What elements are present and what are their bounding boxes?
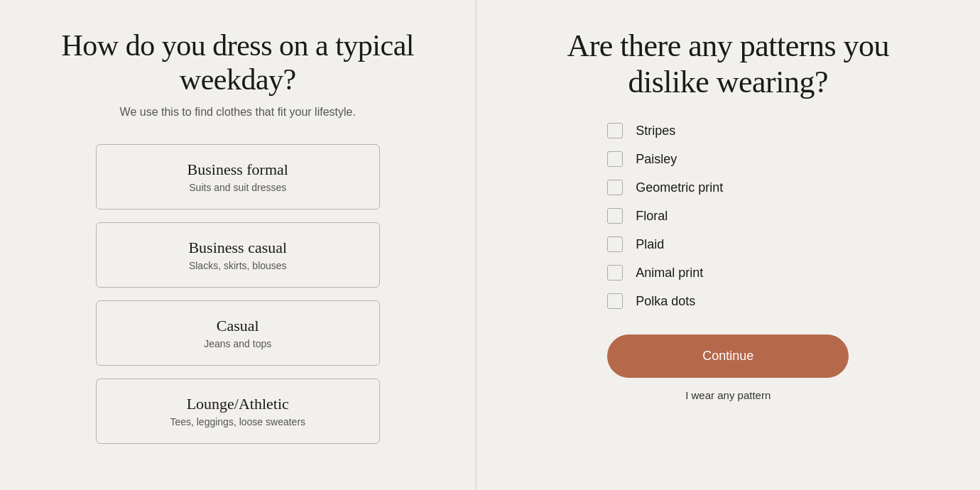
checkbox-item-polka-dots[interactable]: Polka dots xyxy=(607,293,849,309)
continue-button[interactable]: Continue xyxy=(607,334,849,378)
checkbox-label-paisley: Paisley xyxy=(636,152,677,167)
dress-style-options: Business formalSuits and suit dressesBus… xyxy=(96,144,380,444)
checkbox-label-animal-print: Animal print xyxy=(636,266,703,281)
option-card-subtitle-casual: Jeans and tops xyxy=(111,338,365,349)
checkbox-label-floral: Floral xyxy=(636,209,668,224)
option-card-title-business-formal: Business formal xyxy=(111,160,365,179)
option-card-subtitle-business-casual: Slacks, skirts, blouses xyxy=(111,260,365,271)
option-card-business-casual[interactable]: Business casualSlacks, skirts, blouses xyxy=(96,222,380,288)
checkbox-item-stripes[interactable]: Stripes xyxy=(607,123,849,138)
right-panel-title: Are there any patterns you dislike weari… xyxy=(557,28,898,100)
option-card-title-business-casual: Business casual xyxy=(111,239,365,257)
checkbox-label-polka-dots: Polka dots xyxy=(636,294,695,309)
pattern-list: StripesPaisleyGeometric printFloralPlaid… xyxy=(607,123,849,309)
checkbox-item-plaid[interactable]: Plaid xyxy=(607,236,849,252)
any-pattern-link[interactable]: I wear any pattern xyxy=(685,389,771,401)
option-card-subtitle-lounge-athletic: Tees, leggings, loose sweaters xyxy=(111,416,365,428)
checkbox-box-geometric-print xyxy=(607,180,623,195)
option-card-business-formal[interactable]: Business formalSuits and suit dresses xyxy=(96,144,380,209)
left-panel: How do you dress on a typical weekday? W… xyxy=(0,0,477,490)
checkbox-label-plaid: Plaid xyxy=(636,237,664,252)
option-card-title-casual: Casual xyxy=(111,317,365,335)
option-card-subtitle-business-formal: Suits and suit dresses xyxy=(111,182,365,193)
checkbox-box-stripes xyxy=(607,123,623,138)
checkbox-label-stripes: Stripes xyxy=(636,124,675,138)
checkbox-item-geometric-print[interactable]: Geometric print xyxy=(607,180,849,195)
checkbox-box-floral xyxy=(607,208,623,224)
checkbox-box-paisley xyxy=(607,151,623,167)
option-card-lounge-athletic[interactable]: Lounge/AthleticTees, leggings, loose swe… xyxy=(96,379,380,444)
checkbox-item-paisley[interactable]: Paisley xyxy=(607,151,849,167)
checkbox-box-plaid xyxy=(607,236,623,252)
right-panel: Are there any patterns you dislike weari… xyxy=(477,0,981,490)
checkbox-box-animal-print xyxy=(607,265,623,281)
checkbox-box-polka-dots xyxy=(607,293,623,309)
left-panel-title: How do you dress on a typical weekday? xyxy=(43,28,433,97)
left-panel-subtitle: We use this to find clothes that fit you… xyxy=(120,106,356,119)
checkbox-item-animal-print[interactable]: Animal print xyxy=(607,265,849,281)
checkbox-label-geometric-print: Geometric print xyxy=(636,180,723,195)
option-card-title-lounge-athletic: Lounge/Athletic xyxy=(111,395,365,413)
option-card-casual[interactable]: CasualJeans and tops xyxy=(96,300,380,366)
checkbox-item-floral[interactable]: Floral xyxy=(607,208,849,224)
